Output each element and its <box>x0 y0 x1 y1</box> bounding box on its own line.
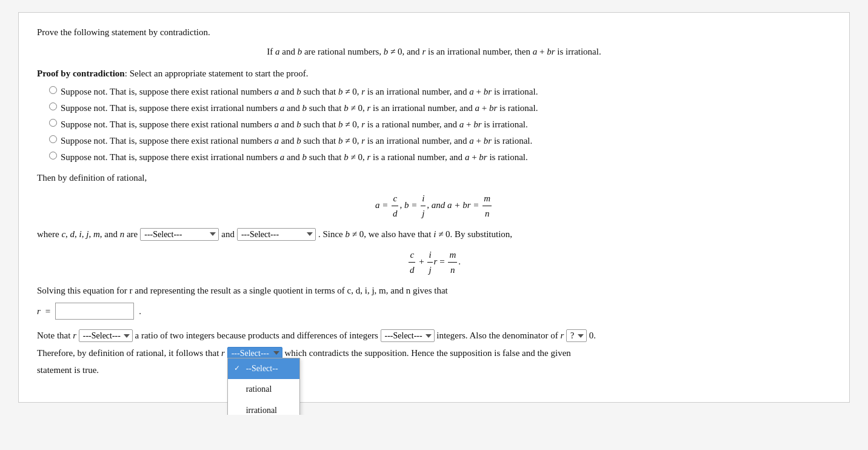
radio-input-5[interactable] <box>49 152 57 160</box>
dropdown-item-irrational[interactable]: irrational <box>228 400 299 415</box>
select-neq-eq[interactable]: ? ≠ = <box>566 329 587 342</box>
dropdown-item-rational[interactable]: rational <box>228 379 299 400</box>
where-line: where c, d, i, j, m, and n are ---Select… <box>37 227 831 241</box>
select-integers-1[interactable]: ---Select--- integers rational numbers i… <box>140 228 219 241</box>
proof-section: Proof by contradiction: Select an approp… <box>37 66 831 81</box>
radio-input-1[interactable] <box>49 86 57 94</box>
radio-option-3: Suppose not. That is, suppose there exis… <box>49 117 831 132</box>
radio-input-3[interactable] <box>49 119 57 127</box>
r-equals-line: r = . <box>37 303 831 320</box>
select-integers-2[interactable]: ---Select--- integers rational numbers i… <box>237 228 316 241</box>
then-section: Then by definition of rational, <box>37 170 831 185</box>
proof-label: Proof by contradiction <box>37 69 125 78</box>
select-are-arenot[interactable]: ---Select--- are are not <box>381 329 435 342</box>
answer-input-box[interactable] <box>55 303 134 320</box>
select-is-isnot[interactable]: ---Select--- is is not <box>79 329 133 342</box>
solving-line: Solving this equation for r and represen… <box>37 283 831 298</box>
main-container: Prove the following statement by contrad… <box>18 12 850 403</box>
dropdown-item-select[interactable]: ✓ --Select-- <box>228 358 299 380</box>
radio-option-4: Suppose not. That is, suppose there exis… <box>49 133 831 148</box>
substitution-equation: c d + i j r = m n . <box>37 247 831 277</box>
note-section: Note that r ---Select--- is is not a rat… <box>37 327 831 379</box>
therefore-dropdown-container: ---Select--- rational irrational ✓ --Sel… <box>227 344 282 362</box>
radio-option-5: Suppose not. That is, suppose there exis… <box>49 150 831 164</box>
radio-input-4[interactable] <box>49 135 57 143</box>
main-statement: If a and b are rational numbers, b ≠ 0, … <box>37 44 831 59</box>
radio-option-2: Suppose not. That is, suppose there exis… <box>49 101 831 115</box>
math-definitions: a = c d , b = i j , and a + br = m n <box>37 191 831 221</box>
problem-intro: Prove the following statement by contrad… <box>37 25 831 39</box>
radio-options-group: Suppose not. That is, suppose there exis… <box>49 84 831 164</box>
radio-input-2[interactable] <box>49 102 57 110</box>
dropdown-open-menu: ✓ --Select-- rational irrational <box>227 358 300 415</box>
radio-option-1: Suppose not. That is, suppose there exis… <box>49 84 831 99</box>
